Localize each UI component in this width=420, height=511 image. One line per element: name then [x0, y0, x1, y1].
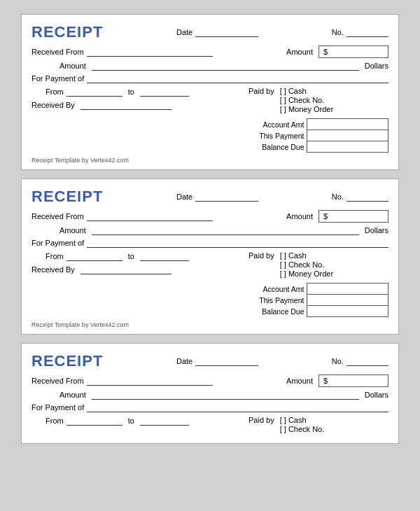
received-from-field-1[interactable] [87, 47, 213, 57]
balance-due-label-2: Balance Due [248, 306, 307, 317]
this-payment-field-2[interactable] [307, 295, 388, 306]
dollar-sign-2: $ [323, 212, 328, 220]
this-payment-field-1[interactable] [307, 130, 388, 141]
date-field-1[interactable] [195, 27, 258, 37]
date-label-2: Date [176, 192, 192, 201]
amount-area-1: Amount $ [286, 46, 388, 58]
right-col-3: Paid by [ ] Cash [ ] Check No. [248, 416, 388, 436]
to-field-1[interactable] [140, 87, 189, 97]
cash-option-3[interactable]: [ ] Cash [280, 416, 325, 424]
this-payment-label-2: This Payment [248, 295, 307, 306]
account-amt-label-2: Account Amt [248, 284, 307, 295]
date-area-3: Date [176, 356, 258, 366]
no-field-1[interactable] [346, 27, 388, 37]
to-field-2[interactable] [140, 251, 189, 261]
right-col-2: Paid by [ ] Cash [ ] Check No. [ ] Money… [248, 251, 388, 317]
receipt-card-1: RECEIPT Date No. Received From Amount $ … [21, 14, 399, 170]
received-from-label-3: Received From [31, 377, 84, 385]
this-payment-label-1: This Payment [248, 130, 307, 141]
paid-by-options-2: [ ] Cash [ ] Check No. [ ] Money Order [280, 251, 333, 278]
for-payment-label-3: For Payment of [31, 403, 84, 412]
cash-option-1[interactable]: [ ] Cash [280, 87, 333, 95]
check-option-3[interactable]: [ ] Check No. [280, 425, 325, 433]
received-from-field-3[interactable] [87, 376, 213, 386]
account-amt-label-1: Account Amt [248, 119, 307, 130]
to-field-3[interactable] [140, 416, 189, 426]
receipt-header-2: RECEIPT Date No. [31, 188, 388, 206]
receipt-header-1: RECEIPT Date No. [31, 23, 388, 41]
check-option-1[interactable]: [ ] Check No. [280, 96, 333, 104]
amount-label-3: Amount [286, 377, 313, 385]
money-order-option-2[interactable]: [ ] Money Order [280, 270, 333, 278]
no-field-3[interactable] [346, 356, 388, 366]
amount-dollars-field-3[interactable] [92, 390, 359, 400]
received-from-field-2[interactable] [87, 211, 213, 221]
amount-box-1[interactable]: $ [318, 46, 388, 58]
no-label-1: No. [332, 28, 344, 36]
no-area-3: No. [332, 356, 388, 366]
from-field-2[interactable] [66, 251, 122, 261]
dollars-label-2: Dollars [365, 226, 388, 234]
receipt-card-3: RECEIPT Date No. Received From Amount $ … [21, 343, 399, 444]
from-field-1[interactable] [66, 87, 122, 97]
account-amt-field-2[interactable] [307, 284, 388, 295]
receipt-body-3: From to Paid by [ ] Cash [ ] Check No. [31, 416, 388, 436]
balance-due-field-1[interactable] [307, 141, 388, 153]
paid-by-label-1: Paid by [248, 87, 274, 95]
paid-by-section-1: Paid by [ ] Cash [ ] Check No. [ ] Money… [248, 87, 388, 113]
for-payment-field-1[interactable] [87, 74, 388, 83]
for-payment-row-2: For Payment of [31, 238, 388, 248]
received-amount-row-3: Received From Amount $ [31, 374, 388, 387]
amount-indent-label-1: Amount [59, 62, 86, 70]
date-field-3[interactable] [195, 356, 258, 366]
amount-label-2: Amount [286, 212, 313, 220]
dollars-label-1: Dollars [365, 62, 388, 70]
account-amt-field-1[interactable] [307, 119, 388, 130]
receipt-card-2: RECEIPT Date No. Received From Amount $ … [21, 178, 399, 335]
paid-by-section-3: Paid by [ ] Cash [ ] Check No. [248, 416, 388, 433]
no-field-2[interactable] [346, 192, 388, 202]
for-payment-label-1: For Payment of [31, 74, 84, 83]
for-payment-field-3[interactable] [87, 402, 388, 412]
amount-dollars-row-2: Amount Dollars [31, 225, 388, 235]
received-by-field-1[interactable] [80, 100, 172, 110]
amount-box-2[interactable]: $ [318, 210, 388, 223]
received-amount-row-2: Received From Amount $ [31, 210, 388, 223]
from-to-row-3: From to [31, 416, 243, 426]
amount-box-3[interactable]: $ [318, 374, 388, 387]
date-label-1: Date [176, 28, 192, 36]
paid-by-label-3: Paid by [248, 416, 274, 424]
for-payment-label-2: For Payment of [31, 239, 84, 247]
paid-by-options-3: [ ] Cash [ ] Check No. [280, 416, 325, 433]
received-by-label-2: Received By [31, 265, 75, 274]
dollar-sign-1: $ [323, 48, 328, 56]
no-area-2: No. [332, 192, 388, 202]
from-label-1: From [46, 88, 64, 96]
amount-dollars-field-1[interactable] [92, 61, 359, 71]
amount-dollars-row-1: Amount Dollars [31, 61, 388, 71]
from-label-2: From [46, 252, 64, 260]
received-by-label-1: Received By [31, 101, 75, 109]
left-col-3: From to [31, 416, 243, 436]
amount-area-3: Amount $ [286, 374, 388, 387]
amount-dollars-row-3: Amount Dollars [31, 390, 388, 400]
balance-due-field-2[interactable] [307, 306, 388, 317]
amount-dollars-field-2[interactable] [92, 225, 359, 235]
for-payment-field-2[interactable] [87, 238, 388, 248]
from-field-3[interactable] [66, 416, 122, 426]
account-table-1: Account Amt This Payment Balance Due [248, 118, 388, 153]
received-by-row-1: Received By [31, 100, 243, 110]
receipt-footer-1: Receipt Template by Vertex42.com [31, 157, 388, 164]
amount-area-2: Amount $ [286, 210, 388, 223]
receipt-title-3: RECEIPT [31, 352, 103, 370]
balance-due-label-1: Balance Due [248, 141, 307, 153]
footer-text-2: Receipt Template by Vertex42.com [31, 321, 129, 328]
cash-option-2[interactable]: [ ] Cash [280, 251, 333, 260]
received-by-field-2[interactable] [80, 265, 172, 274]
date-field-2[interactable] [195, 192, 258, 202]
left-col-2: From to Received By [31, 251, 243, 317]
received-by-row-2: Received By [31, 265, 243, 274]
money-order-option-1[interactable]: [ ] Money Order [280, 105, 333, 113]
check-option-2[interactable]: [ ] Check No. [280, 260, 333, 269]
from-to-row-2: From to [31, 251, 243, 261]
